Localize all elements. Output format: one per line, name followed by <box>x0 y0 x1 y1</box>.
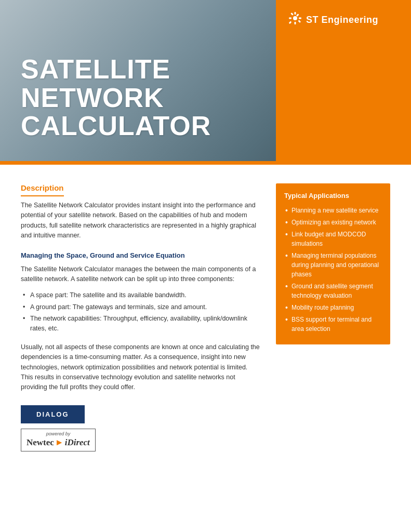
newtec-idirect-logo: Newtec ► iDirect <box>26 437 90 448</box>
svg-rect-5 <box>290 12 294 16</box>
list-item: Optimizing an existing network <box>284 218 382 227</box>
dialog-section: DIALOG powered by Newtec ► iDirect <box>21 405 260 451</box>
closing-text: Usually, not all aspects of these compon… <box>21 342 260 393</box>
list-item: A ground part: The gateways and terminal… <box>21 302 260 312</box>
list-item: The network capabilities: Throughput, ef… <box>21 314 260 334</box>
typical-apps-box: Typical Applications Planning a new sate… <box>276 183 390 344</box>
list-item: Managing terminal populations during pla… <box>284 251 382 279</box>
svg-rect-8 <box>298 20 301 23</box>
powered-by-label: powered by <box>46 431 71 436</box>
right-column: Typical Applications Planning a new sate… <box>276 183 390 451</box>
newtec-text: Newtec <box>26 437 54 448</box>
apps-list: Planning a new satellite service Optimiz… <box>284 206 382 334</box>
header-banner: SATELLITE NETWORK CALCULATOR ST Engineer… <box>0 0 411 161</box>
title-line2: NETWORK <box>21 84 211 112</box>
intro-text: The Satellite Network Calculator manages… <box>21 264 260 285</box>
typical-apps-title: Typical Applications <box>284 192 382 200</box>
arrow-icon: ► <box>55 437 64 448</box>
list-item: Mobility route planning <box>284 303 382 312</box>
components-list: A space part: The satellite and its avai… <box>21 290 260 334</box>
title-line3: CALCULATOR <box>21 112 211 140</box>
svg-rect-2 <box>295 22 296 24</box>
dialog-button[interactable]: DIALOG <box>21 405 85 423</box>
brand-name: ST Engineering <box>306 15 378 25</box>
title-line1: SATELLITE <box>21 55 211 84</box>
svg-rect-3 <box>289 18 291 19</box>
description-heading: Description <box>21 183 64 196</box>
logo: ST Engineering <box>288 11 378 28</box>
main-content: Description The Satellite Network Calcul… <box>0 165 411 470</box>
list-item: Link budget and MODCOD simulations <box>284 230 382 248</box>
svg-rect-4 <box>299 18 301 19</box>
list-item: BSS support for terminal and area select… <box>284 315 382 334</box>
powered-by-container: powered by Newtec ► iDirect <box>21 429 96 451</box>
list-item: Ground and satellite segment technology … <box>284 282 382 300</box>
svg-rect-1 <box>295 12 296 15</box>
main-title: SATELLITE NETWORK CALCULATOR <box>21 55 211 140</box>
svg-rect-7 <box>289 21 292 24</box>
svg-point-0 <box>293 16 297 20</box>
description-body: The Satellite Network Calculator provide… <box>21 201 260 241</box>
brand-panel: ST Engineering <box>276 0 411 161</box>
left-column: Description The Satellite Network Calcul… <box>21 183 276 451</box>
sub-section-title: Managing the Space, Ground and Service E… <box>21 251 260 259</box>
st-gear-icon <box>288 11 302 28</box>
list-item: Planning a new satellite service <box>284 206 382 215</box>
svg-rect-6 <box>296 14 299 17</box>
orange-stripe <box>0 161 411 165</box>
list-item: A space part: The satellite and its avai… <box>21 290 260 300</box>
idirect-text: iDirect <box>65 437 90 448</box>
